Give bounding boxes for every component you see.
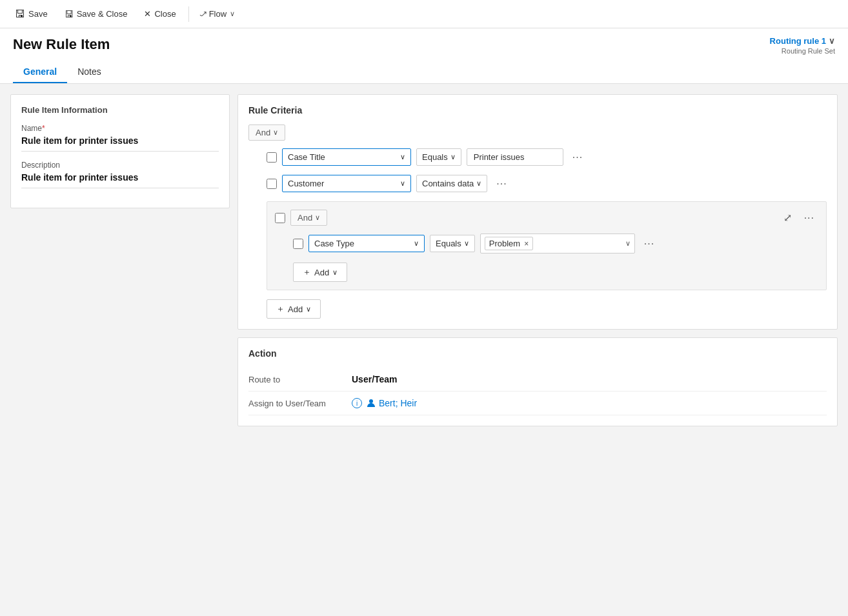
nested-row1-operator-select[interactable]: Equals ∨ [430, 235, 475, 252]
close-icon: ✕ [144, 9, 151, 19]
assign-value-link[interactable]: Bert; Heir [379, 398, 417, 408]
row1-field-select[interactable]: Case Title ∨ [282, 148, 411, 166]
value-tag-remove-button[interactable]: × [524, 239, 529, 248]
flow-button[interactable]: ⤴ Flow ∨ [194, 5, 242, 23]
row2-ellipsis-button[interactable]: ··· [492, 177, 510, 191]
nested-group-right: ⤢ ··· [780, 210, 818, 225]
nested-group-left: And ∨ [275, 210, 327, 226]
and-button[interactable]: And ∨ [248, 124, 285, 141]
user-icon [366, 398, 376, 408]
row1-ellipsis-button[interactable]: ··· [569, 150, 587, 164]
nested-row1-ellipsis-button[interactable]: ··· [640, 237, 658, 251]
nested-group: And ∨ ⤢ ··· Case Type ∨ [267, 201, 827, 290]
row1-field-chevron-icon: ∨ [400, 153, 405, 161]
value-tag-problem: Problem × [485, 237, 533, 250]
nested-and-chevron-icon: ∨ [315, 214, 320, 222]
toolbar-divider [188, 6, 189, 22]
nested-add-chevron-icon: ∨ [332, 268, 338, 277]
nested-group-checkbox[interactable] [275, 213, 285, 223]
criteria-row-2: Customer ∨ Contains data ∨ ··· [248, 175, 827, 192]
flow-chevron-icon: ∨ [230, 10, 235, 18]
nested-row1-checkbox[interactable] [293, 239, 303, 249]
nested-group-ellipsis-button[interactable]: ··· [800, 211, 818, 225]
and-chevron-icon: ∨ [273, 128, 278, 137]
nested-group-header: And ∨ ⤢ ··· [275, 210, 818, 226]
name-label: Name* [21, 124, 219, 133]
route-to-label: Route to [248, 375, 352, 384]
svg-point-0 [369, 399, 373, 403]
action-card: Action Route to User/Team Assign to User… [237, 337, 838, 426]
value-area-chevron-icon: ∨ [625, 239, 631, 248]
save-close-icon: 🖫 [65, 9, 74, 19]
right-panel: Rule Criteria And ∨ Case Title ∨ Equals … [237, 94, 838, 612]
assign-label: Assign to User/Team [248, 399, 352, 408]
action-title: Action [248, 348, 827, 359]
description-field-group: Description Rule item for printer issues [21, 161, 219, 188]
row2-checkbox[interactable] [267, 179, 277, 189]
left-panel: Rule Item Information Name* Rule item fo… [10, 94, 230, 208]
nested-collapse-button[interactable]: ⤢ [780, 210, 796, 225]
nested-row1-field-select[interactable]: Case Type ∨ [308, 235, 425, 252]
row2-operator-select[interactable]: Contains data ∨ [416, 175, 487, 192]
main-add-button[interactable]: ＋ Add ∨ [267, 299, 321, 319]
nested-add-button[interactable]: ＋ Add ∨ [293, 263, 347, 282]
nested-and-button[interactable]: And ∨ [290, 210, 327, 226]
toolbar: 🖫 Save 🖫 Save & Close ✕ Close ⤴ Flow ∨ [0, 0, 848, 28]
row2-op-chevron-icon: ∨ [476, 179, 481, 188]
nested-row1-value-area: Problem × ∨ [480, 233, 635, 253]
main-add-plus-icon: ＋ [276, 303, 285, 315]
rule-criteria-title: Rule Criteria [248, 105, 827, 115]
save-button[interactable]: 🖫 Save [8, 5, 55, 24]
tabs: General Notes [13, 61, 835, 83]
row2-field-chevron-icon: ∨ [400, 179, 405, 188]
row1-operator-select[interactable]: Equals ∨ [416, 148, 461, 166]
save-close-button[interactable]: 🖫 Save & Close [57, 5, 135, 23]
routing-rule-chevron-icon: ∨ [829, 36, 835, 46]
main-add-area: ＋ Add ∨ [248, 299, 827, 319]
assign-info-icon: i [352, 398, 362, 408]
routing-rule-sub: Routing Rule Set [770, 47, 835, 55]
routing-rule-link[interactable]: Routing rule 1 ∨ [770, 36, 835, 46]
route-to-row: Route to User/Team [248, 368, 827, 392]
left-panel-title: Rule Item Information [21, 105, 219, 115]
row2-field-select[interactable]: Customer ∨ [282, 175, 411, 192]
nested-row-1: Case Type ∨ Equals ∨ Problem × [275, 233, 818, 253]
main-content: Rule Item Information Name* Rule item fo… [0, 84, 848, 616]
rule-criteria-card: Rule Criteria And ∨ Case Title ∨ Equals … [237, 94, 838, 330]
name-field-group: Name* Rule item for printer issues [21, 124, 219, 152]
row1-checkbox[interactable] [267, 152, 277, 163]
assign-row: Assign to User/Team i Bert; Heir [248, 392, 827, 415]
description-label: Description [21, 161, 219, 170]
main-add-chevron-icon: ∨ [306, 305, 311, 313]
close-button[interactable]: ✕ Close [137, 5, 183, 23]
nested-row1-op-chevron-icon: ∨ [464, 239, 469, 248]
tab-general[interactable]: General [13, 61, 67, 83]
row1-op-chevron-icon: ∨ [450, 153, 456, 161]
routing-rule-section: Routing rule 1 ∨ Routing Rule Set [770, 36, 835, 55]
nested-row1-field-chevron-icon: ∨ [414, 239, 419, 248]
nested-add-plus-icon: ＋ [303, 266, 311, 278]
criteria-row-1: Case Title ∨ Equals ∨ Printer issues ··· [248, 148, 827, 166]
page-header: New Rule Item Routing rule 1 ∨ Routing R… [0, 28, 848, 84]
row1-value: Printer issues [467, 148, 563, 166]
page-title: New Rule Item [13, 36, 110, 53]
description-value: Rule item for printer issues [21, 172, 219, 188]
name-value: Rule item for printer issues [21, 135, 219, 152]
flow-icon: ⤴ [198, 8, 208, 19]
tab-notes[interactable]: Notes [67, 61, 112, 83]
route-to-value: User/Team [352, 374, 398, 384]
save-icon: 🖫 [15, 8, 25, 20]
name-required: * [42, 124, 45, 133]
nested-add-area: ＋ Add ∨ [275, 263, 818, 282]
